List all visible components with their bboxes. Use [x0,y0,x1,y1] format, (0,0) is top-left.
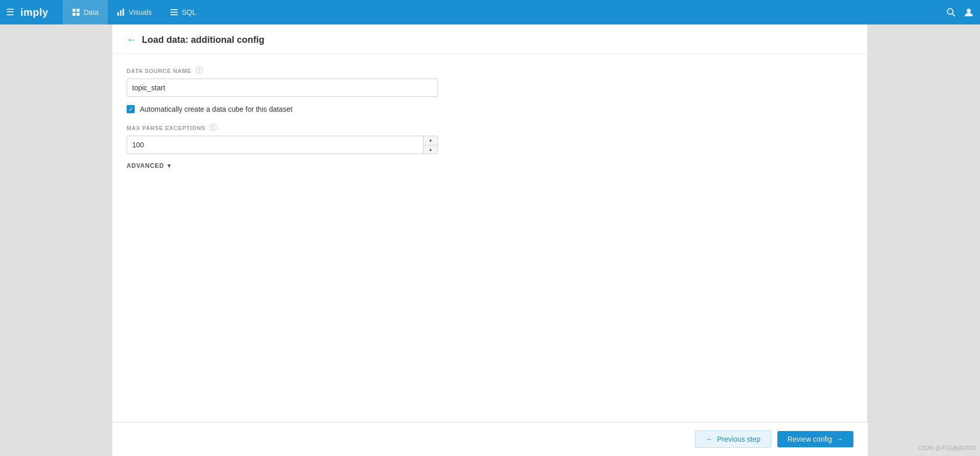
svg-rect-5 [120,10,121,16]
nav-items: Data Visuals SQL [63,0,205,24]
auto-create-cube-checkbox[interactable]: ✓ [127,105,135,113]
nav-sql-label: SQL [182,8,196,16]
svg-point-10 [947,9,953,14]
previous-step-icon: ← [706,435,713,443]
review-config-icon: → [836,435,843,443]
main-content: ← Load data: additional config DATA SOUR… [112,24,868,456]
max-parse-exceptions-input[interactable] [127,136,423,154]
svg-rect-1 [77,9,80,12]
auto-create-cube-row: ✓ Automatically create a data cube for t… [127,105,853,113]
svg-point-12 [967,9,971,13]
nav-item-data[interactable]: Data [63,0,108,24]
app-logo: imply [20,7,48,18]
data-source-name-label: DATA SOURCE NAME ⓘ [127,66,853,75]
watermark: CSDN @不以物喜2020 [918,444,976,452]
spinner-down-button[interactable]: ▾ [424,136,437,145]
nav-item-visuals[interactable]: Visuals [108,0,161,24]
svg-rect-7 [170,9,178,10]
advanced-toggle[interactable]: ADVANCED ▾ [127,162,853,169]
page-header: ← Load data: additional config [112,24,867,54]
svg-rect-8 [170,12,178,13]
left-sidebar [0,24,112,456]
layout: ← Load data: additional config DATA SOUR… [0,24,980,456]
data-source-name-input[interactable] [127,79,438,97]
topnav-right [946,7,974,17]
previous-step-button[interactable]: ← Previous step [695,430,771,448]
svg-rect-3 [77,13,80,16]
grid-icon [72,8,80,16]
svg-rect-4 [117,12,119,16]
max-parse-exceptions-label: MAX PARSE EXCEPTIONS ⓘ [127,123,853,133]
page-title: Load data: additional config [142,35,264,45]
sql-icon [170,8,178,16]
hamburger-icon[interactable]: ☰ [6,7,14,18]
max-parse-exceptions-spinner: ▾ ▴ [127,136,438,154]
bar-chart-icon [117,8,125,16]
back-button[interactable]: ← [127,35,136,45]
spinner-buttons: ▾ ▴ [423,136,437,154]
advanced-label: ADVANCED [127,162,164,169]
footer: ← Previous step Review config → [112,422,868,456]
data-source-name-help-icon[interactable]: ⓘ [195,66,203,75]
auto-create-cube-label: Automatically create a data cube for thi… [140,105,292,113]
content-area: ← Load data: additional config DATA SOUR… [112,24,868,456]
right-sidebar [868,24,980,456]
spinner-up-button[interactable]: ▴ [424,145,437,154]
user-icon[interactable] [964,7,974,17]
max-parse-help-icon[interactable]: ⓘ [210,123,217,133]
nav-data-label: Data [84,8,99,16]
svg-rect-0 [72,9,76,12]
form-section: DATA SOURCE NAME ⓘ ✓ Automatically creat… [112,54,867,182]
nav-visuals-label: Visuals [129,8,152,16]
review-config-button[interactable]: Review config → [777,431,853,447]
top-navigation: ☰ imply Data Visuals [0,0,980,24]
advanced-chevron-icon: ▾ [167,162,171,169]
svg-rect-9 [170,14,178,15]
review-config-label: Review config [788,435,832,443]
previous-step-label: Previous step [717,435,761,443]
checkmark-icon: ✓ [129,107,133,112]
search-icon[interactable] [946,8,955,17]
svg-rect-6 [122,9,124,16]
svg-line-11 [952,14,955,16]
svg-rect-2 [72,13,76,16]
nav-item-sql[interactable]: SQL [161,0,205,24]
